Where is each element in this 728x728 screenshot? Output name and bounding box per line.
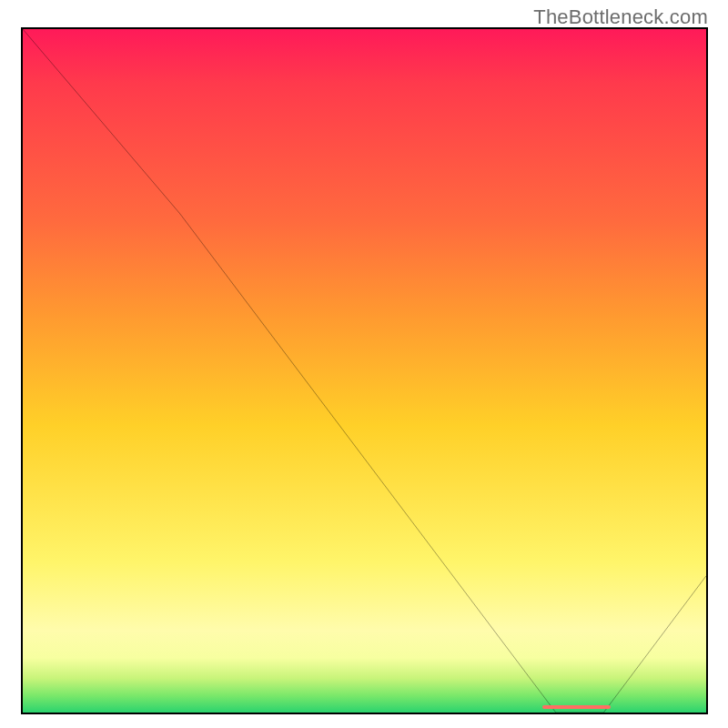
line-series-path bbox=[23, 29, 706, 713]
chart-stage: TheBottleneck.com bbox=[0, 0, 728, 728]
attribution-text: TheBottleneck.com bbox=[533, 5, 708, 29]
chart-plot-area bbox=[21, 27, 708, 714]
chart-line-series bbox=[23, 29, 706, 713]
chart-floor-marker bbox=[542, 705, 611, 709]
